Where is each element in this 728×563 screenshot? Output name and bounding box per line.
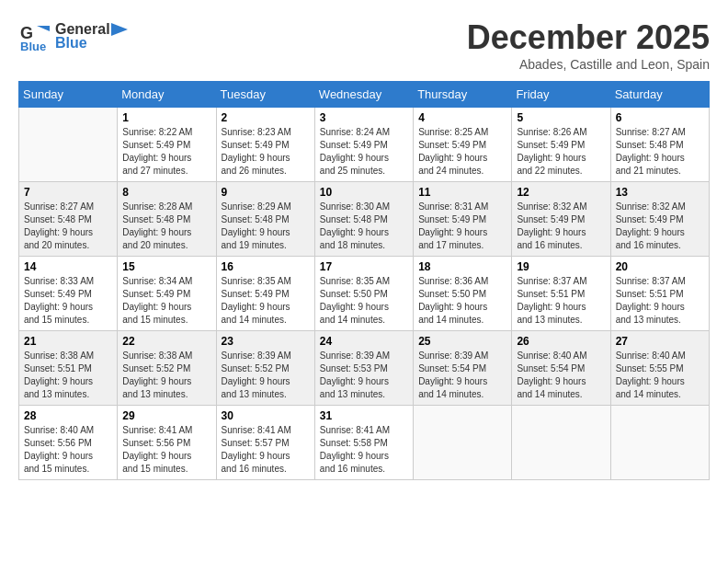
calendar-day-cell: 18Sunrise: 8:36 AM Sunset: 5:50 PM Dayli… — [414, 257, 512, 331]
day-number: 23 — [222, 335, 310, 348]
calendar-day-cell: 22Sunrise: 8:38 AM Sunset: 5:52 PM Dayli… — [118, 331, 216, 406]
calendar-day-cell: 30Sunrise: 8:41 AM Sunset: 5:57 PM Dayli… — [216, 406, 314, 480]
day-number: 22 — [122, 335, 210, 348]
calendar-day-cell: 24Sunrise: 8:39 AM Sunset: 5:53 PM Dayli… — [314, 331, 413, 406]
day-info: Sunrise: 8:33 AM Sunset: 5:49 PM Dayligh… — [24, 275, 112, 327]
day-number: 19 — [517, 260, 605, 273]
calendar-header-row: SundayMondayTuesdayWednesdayThursdayFrid… — [19, 82, 710, 108]
day-number: 20 — [616, 260, 704, 273]
day-info: Sunrise: 8:30 AM Sunset: 5:48 PM Dayligh… — [320, 201, 408, 252]
calendar-header-tuesday: Tuesday — [216, 82, 314, 108]
calendar-week-row: 28Sunrise: 8:40 AM Sunset: 5:56 PM Dayli… — [19, 406, 710, 480]
day-number: 24 — [320, 335, 408, 348]
day-number: 17 — [320, 260, 408, 273]
day-number: 3 — [320, 111, 408, 124]
day-info: Sunrise: 8:34 AM Sunset: 5:49 PM Dayligh… — [122, 275, 210, 327]
calendar-day-cell: 2Sunrise: 8:23 AM Sunset: 5:49 PM Daylig… — [216, 108, 314, 182]
day-info: Sunrise: 8:32 AM Sunset: 5:49 PM Dayligh… — [517, 201, 605, 252]
calendar-day-cell: 10Sunrise: 8:30 AM Sunset: 5:48 PM Dayli… — [314, 182, 413, 257]
day-info: Sunrise: 8:25 AM Sunset: 5:49 PM Dayligh… — [418, 126, 506, 178]
day-info: Sunrise: 8:22 AM Sunset: 5:49 PM Dayligh… — [122, 126, 210, 178]
calendar-day-cell: 14Sunrise: 8:33 AM Sunset: 5:49 PM Dayli… — [19, 257, 118, 331]
calendar-day-cell: 6Sunrise: 8:27 AM Sunset: 5:48 PM Daylig… — [610, 108, 709, 182]
day-number: 18 — [418, 260, 506, 273]
calendar-day-cell — [512, 406, 610, 480]
day-info: Sunrise: 8:41 AM Sunset: 5:58 PM Dayligh… — [320, 424, 408, 476]
svg-marker-4 — [111, 23, 128, 36]
logo: G Blue General Blue — [18, 18, 128, 52]
page-header: G Blue General Blue December 2025 Abades… — [18, 18, 710, 72]
day-info: Sunrise: 8:38 AM Sunset: 5:52 PM Dayligh… — [122, 350, 210, 401]
calendar-day-cell: 20Sunrise: 8:37 AM Sunset: 5:51 PM Dayli… — [610, 257, 709, 331]
day-info: Sunrise: 8:39 AM Sunset: 5:53 PM Dayligh… — [320, 350, 408, 401]
calendar-day-cell: 19Sunrise: 8:37 AM Sunset: 5:51 PM Dayli… — [512, 257, 610, 331]
calendar-day-cell: 31Sunrise: 8:41 AM Sunset: 5:58 PM Dayli… — [314, 406, 413, 480]
calendar-header-monday: Monday — [118, 82, 216, 108]
day-info: Sunrise: 8:27 AM Sunset: 5:48 PM Dayligh… — [616, 126, 704, 178]
day-info: Sunrise: 8:40 AM Sunset: 5:54 PM Dayligh… — [517, 350, 605, 401]
calendar-week-row: 7Sunrise: 8:27 AM Sunset: 5:48 PM Daylig… — [19, 182, 710, 257]
calendar-day-cell: 28Sunrise: 8:40 AM Sunset: 5:56 PM Dayli… — [19, 406, 118, 480]
day-number: 5 — [517, 111, 605, 124]
day-number: 6 — [616, 111, 704, 124]
calendar-week-row: 14Sunrise: 8:33 AM Sunset: 5:49 PM Dayli… — [19, 257, 710, 331]
day-info: Sunrise: 8:24 AM Sunset: 5:49 PM Dayligh… — [320, 126, 408, 178]
day-number: 16 — [222, 260, 310, 273]
day-info: Sunrise: 8:40 AM Sunset: 5:56 PM Dayligh… — [24, 424, 112, 476]
day-info: Sunrise: 8:35 AM Sunset: 5:49 PM Dayligh… — [222, 275, 310, 327]
calendar-day-cell: 29Sunrise: 8:41 AM Sunset: 5:56 PM Dayli… — [118, 406, 216, 480]
calendar-day-cell: 13Sunrise: 8:32 AM Sunset: 5:49 PM Dayli… — [610, 182, 709, 257]
calendar-header-friday: Friday — [512, 82, 610, 108]
day-number: 12 — [517, 186, 605, 199]
day-number: 28 — [24, 409, 112, 422]
day-info: Sunrise: 8:23 AM Sunset: 5:49 PM Dayligh… — [222, 126, 310, 178]
day-info: Sunrise: 8:36 AM Sunset: 5:50 PM Dayligh… — [418, 275, 506, 327]
calendar-header-saturday: Saturday — [610, 82, 709, 108]
day-info: Sunrise: 8:41 AM Sunset: 5:57 PM Dayligh… — [222, 424, 310, 476]
calendar-day-cell — [19, 108, 118, 182]
calendar-header-thursday: Thursday — [414, 82, 512, 108]
day-number: 1 — [122, 111, 210, 124]
calendar-week-row: 1Sunrise: 8:22 AM Sunset: 5:49 PM Daylig… — [19, 108, 710, 182]
calendar-day-cell: 3Sunrise: 8:24 AM Sunset: 5:49 PM Daylig… — [314, 108, 413, 182]
day-number: 2 — [222, 111, 310, 124]
calendar-day-cell: 25Sunrise: 8:39 AM Sunset: 5:54 PM Dayli… — [414, 331, 512, 406]
day-number: 7 — [24, 186, 112, 199]
day-number: 29 — [122, 409, 210, 422]
day-info: Sunrise: 8:41 AM Sunset: 5:56 PM Dayligh… — [122, 424, 210, 476]
day-number: 10 — [320, 186, 408, 199]
day-info: Sunrise: 8:39 AM Sunset: 5:54 PM Dayligh… — [418, 350, 506, 401]
title-block: December 2025 Abades, Castille and Leon,… — [467, 18, 710, 72]
calendar-day-cell: 7Sunrise: 8:27 AM Sunset: 5:48 PM Daylig… — [19, 182, 118, 257]
calendar-day-cell: 23Sunrise: 8:39 AM Sunset: 5:52 PM Dayli… — [216, 331, 314, 406]
day-number: 4 — [418, 111, 506, 124]
calendar-header-sunday: Sunday — [19, 82, 118, 108]
day-info: Sunrise: 8:28 AM Sunset: 5:48 PM Dayligh… — [122, 201, 210, 252]
day-number: 9 — [222, 186, 310, 199]
day-info: Sunrise: 8:26 AM Sunset: 5:49 PM Dayligh… — [517, 126, 605, 178]
calendar-day-cell: 8Sunrise: 8:28 AM Sunset: 5:48 PM Daylig… — [118, 182, 216, 257]
calendar-day-cell — [610, 406, 709, 480]
calendar-day-cell: 15Sunrise: 8:34 AM Sunset: 5:49 PM Dayli… — [118, 257, 216, 331]
day-info: Sunrise: 8:27 AM Sunset: 5:48 PM Dayligh… — [24, 201, 112, 252]
day-info: Sunrise: 8:37 AM Sunset: 5:51 PM Dayligh… — [616, 275, 704, 327]
calendar-day-cell: 16Sunrise: 8:35 AM Sunset: 5:49 PM Dayli… — [216, 257, 314, 331]
calendar-day-cell: 21Sunrise: 8:38 AM Sunset: 5:51 PM Dayli… — [19, 331, 118, 406]
day-info: Sunrise: 8:39 AM Sunset: 5:52 PM Dayligh… — [222, 350, 310, 401]
day-info: Sunrise: 8:32 AM Sunset: 5:49 PM Dayligh… — [616, 201, 704, 252]
day-number: 11 — [418, 186, 506, 199]
day-info: Sunrise: 8:29 AM Sunset: 5:48 PM Dayligh… — [222, 201, 310, 252]
calendar-table: SundayMondayTuesdayWednesdayThursdayFrid… — [18, 81, 710, 480]
day-number: 21 — [24, 335, 112, 348]
calendar-day-cell: 4Sunrise: 8:25 AM Sunset: 5:49 PM Daylig… — [414, 108, 512, 182]
calendar-day-cell: 27Sunrise: 8:40 AM Sunset: 5:55 PM Dayli… — [610, 331, 709, 406]
calendar-day-cell: 9Sunrise: 8:29 AM Sunset: 5:48 PM Daylig… — [216, 182, 314, 257]
day-info: Sunrise: 8:40 AM Sunset: 5:55 PM Dayligh… — [616, 350, 704, 401]
day-info: Sunrise: 8:35 AM Sunset: 5:50 PM Dayligh… — [320, 275, 408, 327]
calendar-day-cell: 5Sunrise: 8:26 AM Sunset: 5:49 PM Daylig… — [512, 108, 610, 182]
calendar-day-cell: 1Sunrise: 8:22 AM Sunset: 5:49 PM Daylig… — [118, 108, 216, 182]
calendar-day-cell: 17Sunrise: 8:35 AM Sunset: 5:50 PM Dayli… — [314, 257, 413, 331]
day-number: 13 — [616, 186, 704, 199]
day-info: Sunrise: 8:37 AM Sunset: 5:51 PM Dayligh… — [517, 275, 605, 327]
day-info: Sunrise: 8:38 AM Sunset: 5:51 PM Dayligh… — [24, 350, 112, 401]
